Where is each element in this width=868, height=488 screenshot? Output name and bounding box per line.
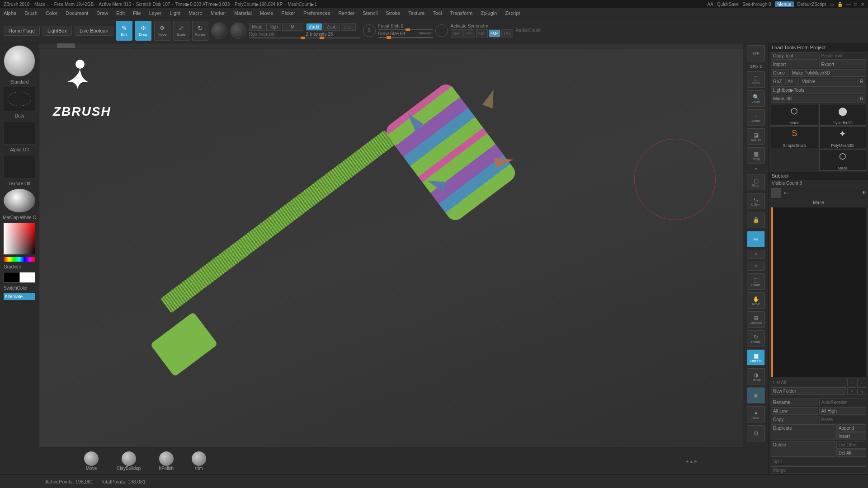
sym-y-button[interactable]: >Y< bbox=[463, 29, 475, 38]
newfolder-button[interactable]: New Folder bbox=[771, 387, 846, 395]
delother-button[interactable]: Del Other bbox=[836, 441, 866, 449]
listall-button[interactable]: List All bbox=[771, 379, 846, 386]
export-button[interactable]: Export bbox=[819, 61, 867, 68]
lock-icon[interactable]: 🔒 bbox=[837, 2, 843, 7]
lightbox-button[interactable]: LightBox bbox=[42, 26, 72, 36]
quicksave-button[interactable]: QuickSave bbox=[717, 2, 739, 7]
sym-m-button[interactable]: >M< bbox=[489, 29, 500, 38]
bpr-button[interactable]: BPR bbox=[747, 45, 765, 61]
scroll-button[interactable]: ⬚Scroll bbox=[747, 71, 765, 88]
homepage-button[interactable]: Home Page bbox=[4, 26, 40, 36]
moveup-icon[interactable]: ↑ bbox=[847, 379, 856, 386]
rename-button[interactable]: Rename bbox=[771, 399, 818, 406]
subtool-list[interactable] bbox=[771, 207, 866, 377]
menu-picker[interactable]: Picker bbox=[281, 10, 295, 16]
dropdown-icon[interactable]: ▾ bbox=[755, 166, 757, 171]
autoreorder-button[interactable]: AutoReorder bbox=[819, 399, 867, 406]
goz-all-button[interactable]: All bbox=[785, 78, 799, 85]
switchcolor-label[interactable]: SwitchColor bbox=[4, 286, 35, 291]
material-preview[interactable] bbox=[4, 189, 35, 212]
menu-marker[interactable]: Marker bbox=[211, 10, 226, 16]
menu-movie[interactable]: Movie bbox=[260, 10, 273, 16]
liveboolean-button[interactable]: Live Boolean bbox=[75, 26, 113, 36]
alpha-preview[interactable] bbox=[4, 121, 35, 145]
sculptris-button[interactable] bbox=[230, 23, 246, 39]
transp-button[interactable]: ◑Transp bbox=[747, 368, 765, 385]
menu-light[interactable]: Light bbox=[170, 10, 180, 16]
gyro-button[interactable] bbox=[211, 23, 227, 39]
lightbox-tools-button[interactable]: Lightbox▶Tools bbox=[771, 86, 866, 94]
color-swatches[interactable] bbox=[4, 272, 35, 283]
drawsize-slider[interactable] bbox=[378, 37, 433, 38]
default-zscript[interactable]: DefaultZScript bbox=[797, 2, 826, 7]
m-button[interactable]: M bbox=[282, 23, 303, 31]
xyz-button[interactable]: Xyz bbox=[747, 231, 765, 247]
menu-stencil[interactable]: Stencil bbox=[363, 10, 377, 16]
z-rotate-button[interactable]: ↺ bbox=[747, 262, 765, 271]
load-tools-header[interactable]: Load Tools From Project bbox=[769, 43, 868, 52]
shelf-brush-claybuildup[interactable]: ClayBuildup bbox=[117, 451, 141, 471]
tool-r-button[interactable]: R bbox=[857, 95, 866, 103]
maximize-icon[interactable]: □ bbox=[854, 2, 857, 7]
texture-preview[interactable] bbox=[4, 155, 35, 178]
make-polymesh-button[interactable]: Make PolyMesh3D bbox=[790, 69, 866, 77]
zadd-button[interactable]: Zadd bbox=[306, 23, 323, 31]
clone-button[interactable]: Clone bbox=[771, 69, 789, 77]
y-rotate-button[interactable]: ↻ bbox=[747, 250, 765, 259]
eye-icon[interactable]: 👁 bbox=[862, 190, 866, 195]
delall-button[interactable]: Del All bbox=[836, 449, 866, 457]
stroke-preview[interactable] bbox=[4, 87, 35, 111]
zsub-button[interactable]: Zsub bbox=[323, 23, 340, 31]
menu-file[interactable]: File bbox=[133, 10, 141, 16]
goz-button[interactable]: GoZ bbox=[771, 78, 784, 85]
aahalf-button[interactable]: ◪AAHalf bbox=[747, 128, 765, 145]
nav-rotate-button[interactable]: ↻Rotate bbox=[747, 330, 765, 347]
menu-draw[interactable]: Draw bbox=[96, 10, 108, 16]
shelf-expand-icon[interactable]: ◄▲► bbox=[684, 459, 698, 464]
zoom-button[interactable]: 🔍Zoom bbox=[747, 90, 765, 107]
menus-button[interactable]: Menus bbox=[775, 1, 794, 7]
menu-preferences[interactable]: Preferences bbox=[303, 10, 330, 16]
rgb-intensity-slider[interactable] bbox=[249, 38, 303, 38]
rotate-mode-button[interactable]: ↻Rotate bbox=[192, 21, 208, 41]
zoomall-button[interactable]: ⊞ZoomAll bbox=[747, 311, 765, 328]
focalshift-slider[interactable] bbox=[378, 29, 433, 30]
alternate-button[interactable]: Alternate bbox=[4, 293, 35, 300]
split-button[interactable]: Split bbox=[771, 458, 866, 465]
seethrough-slider[interactable]: See-through 0 bbox=[742, 2, 771, 7]
menu-zplugin[interactable]: Zplugin bbox=[481, 10, 497, 16]
sym-x-button[interactable]: >X< bbox=[451, 29, 462, 38]
tool-name-field[interactable]: Mace. 48 bbox=[771, 95, 856, 103]
menu-render[interactable]: Render bbox=[338, 10, 354, 16]
canvas-scroll-h[interactable] bbox=[39, 43, 743, 48]
viewport[interactable]: ZBRUSH bbox=[39, 48, 743, 447]
menu-document[interactable]: Document bbox=[66, 10, 88, 16]
menu-stroke[interactable]: Stroke bbox=[386, 10, 400, 16]
zintensity-slider[interactable] bbox=[306, 38, 360, 38]
thumb-mace[interactable]: ⬡Mace bbox=[771, 104, 818, 126]
spix-label[interactable]: SPix 3 bbox=[750, 64, 762, 69]
move-mode-button[interactable]: ✥Move bbox=[154, 21, 170, 41]
edit-mode-button[interactable]: ✎Edit bbox=[116, 21, 132, 41]
append-button[interactable]: Append bbox=[836, 424, 866, 432]
movedown-icon[interactable]: ↓ bbox=[857, 379, 866, 386]
import-button[interactable]: Import bbox=[771, 61, 818, 68]
polyframe-button[interactable]: ⊡ bbox=[747, 425, 765, 441]
thumb-polymesh[interactable]: ✦PolyMesh3D bbox=[819, 127, 867, 148]
menu-tool[interactable]: Tool bbox=[433, 10, 442, 16]
activate-symmetry-label[interactable]: Activate Symmetry bbox=[451, 23, 513, 28]
subtool-copy-button[interactable]: Copy bbox=[771, 416, 818, 423]
insert-button[interactable]: Insert bbox=[836, 432, 866, 440]
duplicate-button[interactable]: Duplicate bbox=[771, 424, 835, 440]
menu-macro[interactable]: Macro bbox=[189, 10, 203, 16]
window-icon[interactable]: ▭ bbox=[830, 2, 834, 7]
minimize-icon[interactable]: — bbox=[846, 2, 851, 7]
sym-r-button[interactable]: (R) bbox=[501, 29, 513, 38]
frame-button[interactable]: ⬚Frame bbox=[747, 273, 765, 290]
rgb-button[interactable]: Rgb bbox=[266, 23, 281, 31]
ghost-button[interactable]: ◉ bbox=[747, 387, 765, 404]
actual-button[interactable]: ▫Actual bbox=[747, 109, 765, 126]
gradient-label[interactable]: Gradient bbox=[4, 264, 35, 269]
subtool-header[interactable]: Subtool bbox=[769, 172, 868, 180]
thumb-simplebrush[interactable]: SSimpleBrush bbox=[771, 127, 818, 148]
